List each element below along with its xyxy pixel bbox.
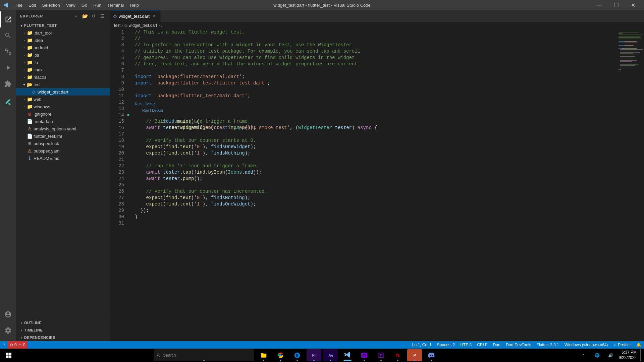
taskbar-netflix[interactable]: N: [390, 349, 405, 361]
status-encoding[interactable]: UTF-8: [458, 341, 474, 349]
explorer-activity-icon[interactable]: [0, 11, 16, 27]
status-position[interactable]: Ln 1, Col 1: [410, 341, 434, 349]
status-line-ending[interactable]: CRLF: [474, 341, 490, 349]
menu-help[interactable]: Help: [127, 2, 142, 8]
tree-widget-test[interactable]: ◇ widget_test.dart: [16, 88, 110, 96]
status-flutter[interactable]: Flutter: 3.3.1: [534, 341, 562, 349]
outline-section[interactable]: › OUTLINE: [16, 319, 110, 326]
line-num-30: 30: [110, 214, 124, 220]
tree-lib[interactable]: › 📁 lib: [16, 59, 110, 66]
volume-icon[interactable]: 🔊: [605, 349, 617, 361]
settings-activity-icon[interactable]: [0, 322, 16, 339]
tree-iml[interactable]: 📄 fluttter_test.iml: [16, 132, 110, 140]
tree-web[interactable]: › 📁 web: [16, 96, 110, 103]
minimize-button[interactable]: —: [592, 0, 607, 10]
chevron-down-icon: ▼: [21, 82, 27, 87]
taskbar-chrome[interactable]: [273, 349, 288, 361]
menu-file[interactable]: File: [13, 2, 25, 8]
timeline-section[interactable]: › TIMELINE: [16, 326, 110, 334]
new-folder-button[interactable]: 📂: [81, 12, 89, 20]
new-file-button[interactable]: +: [72, 12, 80, 20]
tree-ios[interactable]: › 📁 ios: [16, 51, 110, 59]
tray-chevron[interactable]: ^: [578, 349, 590, 361]
tree-pubspec-yaml[interactable]: ⚠ pubspec.yaml: [16, 147, 110, 155]
taskbar-edge[interactable]: [290, 349, 305, 361]
taskbar-clock[interactable]: 6:37 PM 9/22/2022: [619, 350, 637, 360]
code-line-26: // Verify that our counter has increment…: [135, 188, 617, 195]
dart-tab-icon: ◇: [113, 14, 117, 19]
taskbar-discord[interactable]: [424, 349, 439, 361]
sidebar-title: Explorer: [20, 14, 43, 18]
svg-rect-1: [619, 32, 639, 33]
line-num-13: 13: [110, 106, 124, 112]
line-num-11: 11: [110, 93, 124, 99]
tab-close-button[interactable]: ×: [152, 13, 157, 19]
collapse-all-button[interactable]: ☰: [99, 12, 106, 20]
tree-idea[interactable]: › 📁 .idea: [16, 37, 110, 44]
line-num-17: 17: [110, 131, 124, 137]
tree-windows[interactable]: › 📁 windows: [16, 103, 110, 110]
run-debug-label-test[interactable]: Run | Debug: [142, 107, 163, 114]
status-errors[interactable]: ⊘ 0 ⚠ 0: [8, 341, 27, 349]
tab-widget-test[interactable]: ◇ widget_test.dart ×: [110, 10, 161, 22]
close-button[interactable]: ✕: [625, 0, 641, 10]
taskbar-onenote[interactable]: [374, 349, 388, 361]
root-folder[interactable]: ▼ FLUTTTER_TEST: [16, 22, 110, 29]
menu-terminal[interactable]: Terminal: [105, 2, 126, 8]
status-branch[interactable]: ⑂: [0, 341, 8, 349]
taskbar-visual-studio[interactable]: [357, 349, 372, 361]
status-prettier[interactable]: ✓ Prettier: [610, 341, 634, 349]
clock-date: 9/22/2022: [619, 355, 637, 361]
show-desktop-button[interactable]: [640, 349, 641, 361]
tree-dart-tool[interactable]: › 📁 .dart_tool: [16, 29, 110, 37]
account-activity-icon[interactable]: [0, 306, 16, 322]
taskbar-after-effects[interactable]: Ae: [323, 349, 338, 361]
breadcrumb-file[interactable]: ◇ widget_test.dart: [124, 23, 157, 28]
taskbar-file-explorer[interactable]: [256, 349, 271, 361]
taskbar-powerpoint[interactable]: P: [407, 349, 422, 361]
status-notifications[interactable]: 🔔: [634, 341, 644, 349]
menu-edit[interactable]: Edit: [26, 2, 39, 8]
source-control-activity-icon[interactable]: [0, 44, 16, 60]
status-spaces[interactable]: Spaces: 2: [434, 341, 458, 349]
taskbar-premiere[interactable]: Pr: [307, 349, 321, 361]
tree-analysis-options[interactable]: ⚠ analysis_options.yaml: [16, 125, 110, 132]
encoding-label: UTF-8: [460, 343, 472, 347]
dependencies-section[interactable]: › DEPENDENCIES: [16, 334, 110, 341]
tree-metadata[interactable]: 📄 .metadata: [16, 118, 110, 125]
taskbar-search[interactable]: Search: [154, 349, 254, 361]
menu-selection[interactable]: Selection: [39, 2, 62, 8]
extensions-activity-icon[interactable]: [0, 76, 16, 92]
tree-label: .metadata: [34, 119, 106, 124]
restore-button[interactable]: ❒: [608, 0, 624, 10]
menu-view[interactable]: View: [63, 2, 78, 8]
tree-macos[interactable]: › 📁 macos: [16, 73, 110, 81]
tree-pubspec-lock[interactable]: ≡ pubspec.lock: [16, 140, 110, 147]
tree-android[interactable]: › 📁 android: [16, 44, 110, 51]
breadcrumb-test[interactable]: test: [114, 23, 120, 28]
windows-start-button[interactable]: [3, 349, 15, 361]
spacer: [21, 133, 27, 139]
tree-label: .gitignore: [34, 112, 106, 117]
search-activity-icon[interactable]: [0, 27, 16, 44]
tab-label: widget_test.dart: [119, 14, 150, 19]
breadcrumb-symbol[interactable]: ...: [161, 23, 164, 28]
network-icon[interactable]: 🌐: [591, 349, 603, 361]
flutter-activity-icon[interactable]: [0, 95, 16, 111]
status-platform[interactable]: Windows (windows-x64): [562, 341, 610, 349]
code-area[interactable]: // This is a basic Flutter widget test. …: [133, 29, 617, 341]
taskbar-vscode[interactable]: [340, 349, 355, 361]
menu-go[interactable]: Go: [79, 2, 90, 8]
run-debug-label-main[interactable]: Run | Debug: [135, 101, 156, 107]
run-debug-activity-icon[interactable]: [0, 60, 16, 76]
tree-linux[interactable]: › 📁 linux: [16, 66, 110, 73]
menu-run[interactable]: Run: [91, 2, 104, 8]
status-devtools[interactable]: Dart DevTools: [503, 341, 534, 349]
tree-readme[interactable]: ℹ README.md: [16, 155, 110, 162]
tree-test[interactable]: ▼ 📂 test: [16, 81, 110, 88]
folder-open-icon: 📂: [27, 82, 32, 87]
run-arrow-14[interactable]: ▶: [127, 112, 130, 118]
refresh-button[interactable]: ↺: [90, 12, 97, 20]
tree-gitignore[interactable]: ⊛ .gitignore: [16, 110, 110, 118]
status-language[interactable]: Dart: [490, 341, 503, 349]
